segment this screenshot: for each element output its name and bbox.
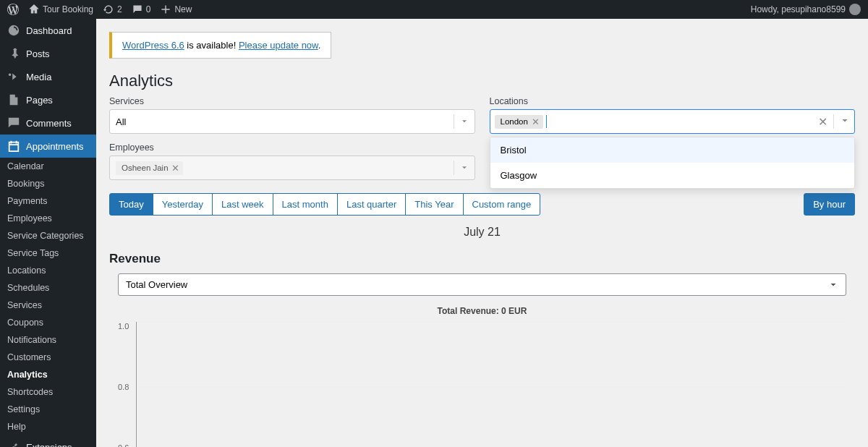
submenu-item[interactable]: Service Categories xyxy=(0,227,96,244)
wp-version-link[interactable]: WordPress 6.6 xyxy=(122,40,184,51)
refresh-icon xyxy=(103,4,114,14)
site-link[interactable]: Tour Booking xyxy=(29,4,93,14)
update-now-link[interactable]: Please update now xyxy=(239,40,318,51)
clear-icon[interactable]: ✕ xyxy=(818,115,827,129)
submenu-item[interactable]: Services xyxy=(0,297,96,314)
employee-tag: Osheen Jain ✕ xyxy=(116,161,183,175)
account-link[interactable]: Howdy, pesupihano8599 xyxy=(751,4,861,15)
chevron-down-icon xyxy=(454,114,469,129)
submenu-item[interactable]: Shortcodes xyxy=(0,383,96,401)
submenu-item[interactable]: Employees xyxy=(0,210,96,227)
menu-pages[interactable]: Pages xyxy=(0,88,96,111)
home-icon xyxy=(29,4,39,14)
chevron-down-icon[interactable] xyxy=(840,116,850,128)
submenu-item[interactable]: Calendar xyxy=(0,158,96,175)
range-tab[interactable]: Last month xyxy=(273,193,338,216)
media-icon xyxy=(7,70,20,83)
submenu-item[interactable]: Service Tags xyxy=(0,244,96,262)
update-notice: WordPress 6.6 is available! Please updat… xyxy=(109,32,331,59)
location-tag: London ✕ xyxy=(495,115,543,129)
menu-appointments[interactable]: Appointments xyxy=(0,135,96,158)
submenu-item[interactable]: Locations xyxy=(0,262,96,279)
submenu-item[interactable]: Notifications xyxy=(0,331,96,349)
dropdown-option[interactable]: Bristol xyxy=(490,137,855,163)
locations-select[interactable]: London ✕ ✕ xyxy=(490,109,856,134)
menu-extensions[interactable]: Extensions xyxy=(0,435,96,447)
y-tick: 1.0 xyxy=(118,322,129,331)
submenu-item[interactable]: Customers xyxy=(0,349,96,366)
wp-logo-menu[interactable] xyxy=(7,4,19,15)
pin-icon xyxy=(7,47,20,60)
range-tab[interactable]: Yesterday xyxy=(153,193,213,216)
submenu-item[interactable]: Analytics xyxy=(0,366,96,383)
menu-posts[interactable]: Posts xyxy=(0,42,96,65)
y-tick: 0.6 xyxy=(118,443,129,447)
services-select[interactable]: All xyxy=(109,109,475,134)
updates-count: 2 xyxy=(117,4,122,14)
chart-overview-select[interactable]: Total Overview xyxy=(118,273,846,296)
text-cursor xyxy=(546,115,547,128)
submenu-item[interactable]: Coupons xyxy=(0,314,96,331)
page-title: Analytics xyxy=(109,72,855,90)
menu-media[interactable]: Media xyxy=(0,65,96,88)
comment-icon xyxy=(132,4,142,14)
new-label: New xyxy=(174,4,192,14)
y-axis: 1.00.80.6 xyxy=(118,322,136,447)
updates-link[interactable]: 2 xyxy=(103,4,122,14)
range-tab[interactable]: Last quarter xyxy=(337,193,406,216)
employees-label: Employees xyxy=(109,142,475,153)
locations-dropdown: Bristol Glasgow xyxy=(490,137,856,189)
revenue-chart: Total Revenue: 0 EUR 1.00.80.6 xyxy=(118,306,846,447)
by-hour-button[interactable]: By hour xyxy=(804,193,855,216)
submenu-item[interactable]: Bookings xyxy=(0,175,96,192)
range-tab[interactable]: Last week xyxy=(212,193,273,216)
range-tab[interactable]: Today xyxy=(109,193,153,216)
remove-tag-icon[interactable]: ✕ xyxy=(532,116,540,127)
plus-icon xyxy=(161,4,171,14)
chevron-down-icon xyxy=(828,280,838,290)
page-icon xyxy=(7,93,20,106)
comments-count: 0 xyxy=(146,4,151,14)
date-range-tabs: TodayYesterdayLast weekLast monthLast qu… xyxy=(109,193,540,216)
menu-dashboard[interactable]: Dashboard xyxy=(0,19,96,42)
chart-plot xyxy=(136,322,846,447)
submenu-item[interactable]: Schedules xyxy=(0,279,96,297)
services-label: Services xyxy=(109,96,475,106)
menu-comments[interactable]: Comments xyxy=(0,111,96,135)
y-tick: 0.8 xyxy=(118,383,129,391)
submenu-item[interactable]: Help xyxy=(0,418,96,435)
howdy-text: Howdy, pesupihano8599 xyxy=(751,4,846,14)
range-tab[interactable]: Custom range xyxy=(463,193,541,216)
employees-select[interactable]: Osheen Jain ✕ xyxy=(109,156,475,180)
dropdown-option[interactable]: Glasgow xyxy=(490,163,855,188)
comments-icon xyxy=(7,116,20,129)
calendar-icon xyxy=(7,140,20,153)
submenu-item[interactable]: Payments xyxy=(0,192,96,210)
site-name: Tour Booking xyxy=(43,4,93,14)
locations-label: Locations xyxy=(490,96,856,106)
tool-icon xyxy=(7,440,20,447)
avatar xyxy=(849,4,861,15)
range-tab[interactable]: This Year xyxy=(405,193,463,216)
remove-tag-icon[interactable]: ✕ xyxy=(171,163,179,174)
wordpress-icon xyxy=(7,4,19,15)
comments-link[interactable]: 0 xyxy=(132,4,151,14)
new-content-link[interactable]: New xyxy=(161,4,192,14)
submenu-item[interactable]: Settings xyxy=(0,401,96,418)
revenue-title: Revenue xyxy=(109,252,855,266)
chart-title: Total Revenue: 0 EUR xyxy=(118,306,846,316)
admin-sidebar: Dashboard Posts Media Pages Comments App… xyxy=(0,19,96,447)
date-display: July 21 xyxy=(109,226,855,239)
dashboard-icon xyxy=(7,24,20,37)
chevron-down-icon xyxy=(454,161,469,175)
